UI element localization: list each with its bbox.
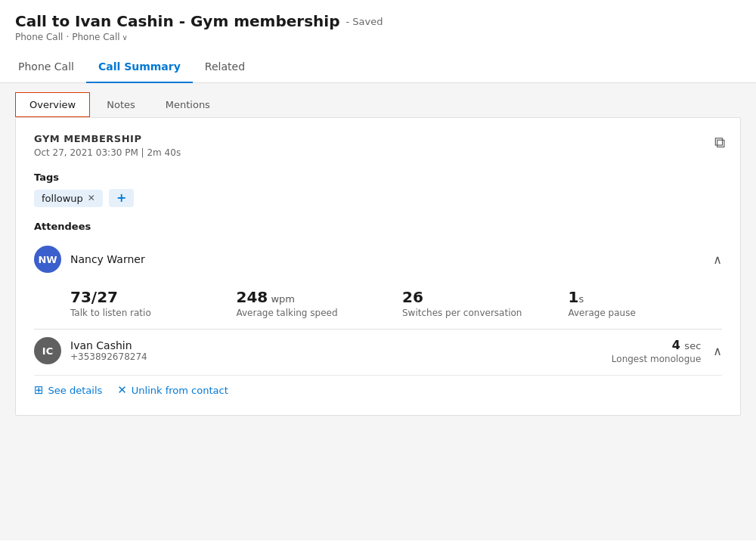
breadcrumb-item2[interactable]: Phone Call ∨	[72, 32, 128, 42]
stat-avg-pause-unit: s	[578, 293, 584, 305]
stat-talk-listen-value: 73/27	[70, 288, 225, 306]
breadcrumb: Phone Call · Phone Call ∨	[15, 32, 741, 42]
attendee-ic-phone: +353892678274	[70, 351, 147, 362]
breadcrumb-dot: ·	[66, 32, 69, 42]
page-title: Call to Ivan Cashin - Gym membership - S…	[15, 12, 741, 30]
call-meta: Oct 27, 2021 03:30 PM | 2m 40s	[34, 147, 722, 158]
tab-call-summary[interactable]: Call Summary	[86, 53, 193, 83]
ic-longest-monologue: 4 sec Longest monologue	[612, 338, 701, 364]
title-text: Call to Ivan Cashin - Gym membership	[15, 12, 339, 30]
header: Call to Ivan Cashin - Gym membership - S…	[0, 0, 756, 45]
unlink-label: Unlink from contact	[132, 385, 228, 396]
attendee-nw-header: NW Nancy Warner ∧	[34, 238, 722, 280]
see-details-label: See details	[48, 385, 103, 396]
breadcrumb-item1[interactable]: Phone Call	[15, 32, 63, 42]
attendee-ic-name: Ivan Cashin	[70, 339, 147, 351]
attendees-label: Attendees	[34, 221, 722, 232]
sub-tab-mentions[interactable]: Mentions	[152, 93, 224, 116]
stat-avg-pause-value: 1s	[569, 288, 723, 306]
unlink-icon: ✕	[117, 383, 127, 397]
attendee-ic-info: IC Ivan Cashin +353892678274	[34, 337, 147, 364]
tags-row: followup ✕ +	[34, 189, 722, 207]
stat-talking-speed-value: 248 wpm	[237, 288, 391, 306]
sub-tabs: Overview Notes Mentions	[0, 83, 756, 117]
stat-talk-listen: 73/27 Talk to listen ratio	[70, 288, 225, 318]
tag-add-button[interactable]: +	[109, 189, 134, 207]
unlink-contact-button[interactable]: ✕ Unlink from contact	[117, 383, 228, 397]
longest-mono-unit: sec	[684, 340, 701, 351]
tab-related[interactable]: Related	[193, 53, 257, 83]
stat-talking-speed-label: Average talking speed	[237, 308, 391, 318]
attendee-nw-collapse-icon[interactable]: ∧	[713, 252, 722, 267]
footer-actions: ⊞ See details ✕ Unlink from contact	[34, 375, 722, 400]
breadcrumb-chevron-icon: ∨	[122, 33, 128, 42]
tag-name: followup	[42, 193, 83, 204]
tags-label: Tags	[34, 172, 722, 183]
avatar-ic: IC	[34, 337, 61, 364]
stat-switches: 26 Switches per conversation	[402, 288, 556, 318]
stat-avg-pause: 1s Average pause	[569, 288, 723, 318]
attendee-ic-row: IC Ivan Cashin +353892678274 4 sec Longe…	[34, 330, 722, 372]
tag-remove-icon[interactable]: ✕	[88, 193, 95, 203]
avatar-nw: NW	[34, 246, 61, 273]
see-details-button[interactable]: ⊞ See details	[34, 383, 102, 397]
tab-phone-call[interactable]: Phone Call	[15, 53, 86, 83]
sub-tab-overview[interactable]: Overview	[15, 92, 90, 117]
stat-switches-value: 26	[402, 288, 556, 306]
stat-avg-pause-label: Average pause	[569, 308, 723, 318]
stat-switches-label: Switches per conversation	[402, 308, 556, 318]
longest-mono-value: 4 sec	[672, 338, 702, 352]
nw-stats-grid: 73/27 Talk to listen ratio 248 wpm Avera…	[34, 280, 722, 329]
stat-talking-speed: 248 wpm Average talking speed	[237, 288, 391, 318]
attendee-ic-details: Ivan Cashin +353892678274	[70, 339, 147, 362]
longest-mono-label: Longest monologue	[612, 354, 701, 364]
call-title: GYM MEMBERSHIP	[34, 133, 722, 144]
attendee-nw-name: Nancy Warner	[70, 253, 145, 265]
stat-talking-speed-unit: wpm	[268, 293, 295, 305]
attendee-nw-info: NW Nancy Warner	[34, 246, 145, 273]
call-card: GYM MEMBERSHIP Oct 27, 2021 03:30 PM | 2…	[15, 117, 741, 416]
stat-talk-listen-label: Talk to listen ratio	[70, 308, 225, 318]
attendee-ic-collapse-icon[interactable]: ∧	[713, 344, 722, 358]
see-details-icon: ⊞	[34, 383, 44, 397]
saved-badge: - Saved	[345, 16, 383, 27]
breadcrumb-label: Phone Call	[72, 32, 119, 42]
attendees-section: Attendees NW Nancy Warner ∧ 73/27 Talk t…	[34, 221, 722, 400]
page-wrapper: Call to Ivan Cashin - Gym membership - S…	[0, 0, 756, 551]
main-tabs: Phone Call Call Summary Related	[0, 53, 756, 83]
sub-tab-notes[interactable]: Notes	[93, 93, 149, 116]
content-area: GYM MEMBERSHIP Oct 27, 2021 03:30 PM | 2…	[0, 117, 756, 540]
tag-followup: followup ✕	[34, 190, 103, 207]
copy-icon[interactable]: ⧉	[714, 133, 725, 151]
